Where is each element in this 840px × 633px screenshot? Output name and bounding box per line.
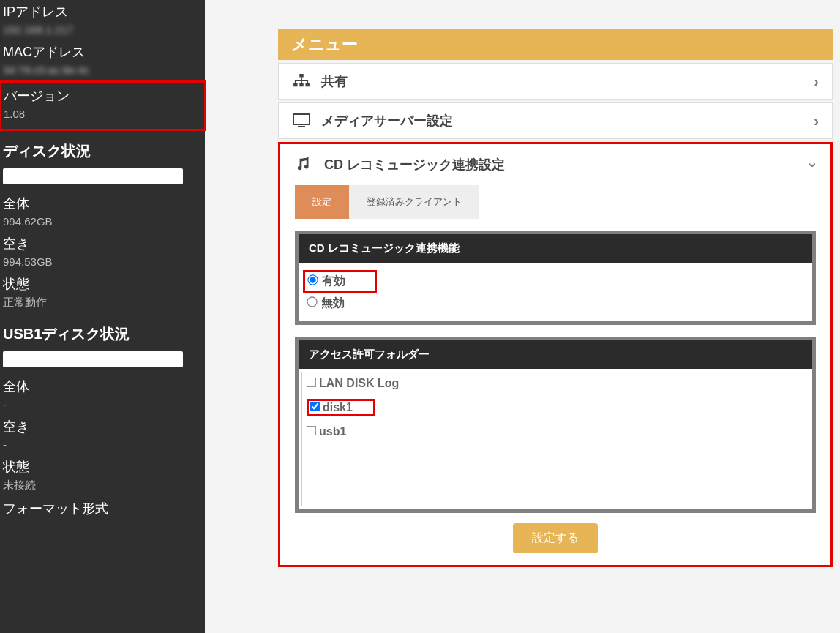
mac-label: MACアドレス [0,40,205,62]
submit-button[interactable]: 設定する [513,523,598,553]
svg-rect-2 [299,83,303,87]
usb-section: USB1ディスク状況 [0,314,205,350]
disk-total-value: 994.62GB [0,214,205,232]
enable-highlight: 有効 [303,270,377,293]
format-label: フォーマット形式 [0,497,205,519]
radio-enable-label: 有効 [322,274,345,287]
usb-free-value: - [0,437,205,455]
menu-item-cdreco[interactable]: CD レコミュージック連携設定 › [282,147,829,182]
svg-rect-7 [301,80,302,83]
disk-free-value: 994.53GB [0,254,205,272]
disk-status-label: 状態 [0,272,205,294]
feature-panel: CD レコミュージック連携機能 有効 無効 [295,231,816,325]
svg-rect-3 [305,83,309,87]
menu-item-label: メディアサーバー設定 [321,112,803,130]
folder-checkbox[interactable] [307,378,317,388]
radio-disable-input[interactable] [307,296,317,307]
folder-list[interactable]: LAN DISK Log disk1 u [301,372,809,506]
menu-item-media-server[interactable]: メディアサーバー設定 › [278,102,833,139]
version-label: バージョン [4,84,201,106]
menu-header: メニュー [278,29,833,60]
tab-settings[interactable]: 設定 [295,185,349,219]
svg-rect-10 [298,126,305,127]
cdreco-highlight: CD レコミュージック連携設定 › 設定 登録済みクライアント CD レコミュー… [278,142,833,567]
network-icon [292,74,311,89]
svg-rect-9 [293,114,310,124]
feature-panel-title: CD レコミュージック連携機能 [299,234,812,263]
disk-section: ディスク状況 [0,131,205,167]
radio-enable-input[interactable] [307,274,318,285]
disk-free-label: 空き [0,232,205,254]
folder-item-landisklog[interactable]: LAN DISK Log [307,377,399,389]
menu-item-label: CD レコミュージック連携設定 [324,156,800,173]
chevron-down-icon: › [805,162,822,168]
mac-value: 34:76:c5:ac:8e:4c [0,62,205,80]
disk-total-label: 全体 [0,192,205,214]
menu-item-label: 共有 [321,72,803,90]
monitor-icon [292,113,311,128]
tab-clients[interactable]: 登録済みクライアント [349,185,479,219]
ip-value: 192.168.1.217 [0,22,205,40]
usb-free-label: 空き [0,415,205,437]
usb-total-value: - [0,397,205,415]
version-value: 1.08 [4,106,201,124]
disk1-highlight: disk1 [307,399,375,416]
radio-enable[interactable]: 有効 [308,274,345,287]
folder-label: usb1 [319,425,346,438]
usb-total-label: 全体 [0,375,205,397]
folder-item-usb1[interactable]: usb1 [307,425,346,438]
svg-rect-0 [299,74,303,78]
music-icon [295,157,314,173]
chevron-right-icon: › [814,73,819,90]
folder-label: LAN DISK Log [319,377,399,389]
disk-status-value: 正常動作 [0,294,205,314]
sidebar: IPアドレス 192.168.1.217 MACアドレス 34:76:c5:ac… [0,0,205,633]
version-highlight: バージョン 1.08 [0,80,206,131]
menu-item-share[interactable]: 共有 › [278,63,833,100]
svg-rect-1 [293,83,297,87]
tab-bar: 設定 登録済みクライアント [295,185,816,219]
chevron-right-icon: › [814,113,819,130]
folder-checkbox[interactable] [307,426,317,436]
folder-panel-title: アクセス許可フォルダー [299,340,812,369]
ip-label: IPアドレス [0,0,205,22]
usb-status-value: 未接続 [0,477,205,497]
cdreco-panel: 設定 登録済みクライアント CD レコミュージック連携機能 有効 無効 [282,182,829,561]
disk-usage-bar [3,168,183,184]
radio-disable[interactable]: 無効 [307,296,345,309]
main-content: メニュー 共有 › メディアサーバー設定 › CD レコミュージック連携設定 ›… [205,0,840,633]
folder-checkbox[interactable] [310,402,320,412]
radio-disable-label: 無効 [321,296,345,309]
usb-usage-bar [3,351,183,367]
folder-item-disk1[interactable]: disk1 [310,401,353,413]
folder-label: disk1 [323,401,353,413]
folder-panel: アクセス許可フォルダー LAN DISK Log disk1 [295,337,816,513]
usb-status-label: 状態 [0,455,205,477]
svg-rect-8 [307,80,308,83]
svg-rect-6 [295,80,296,83]
